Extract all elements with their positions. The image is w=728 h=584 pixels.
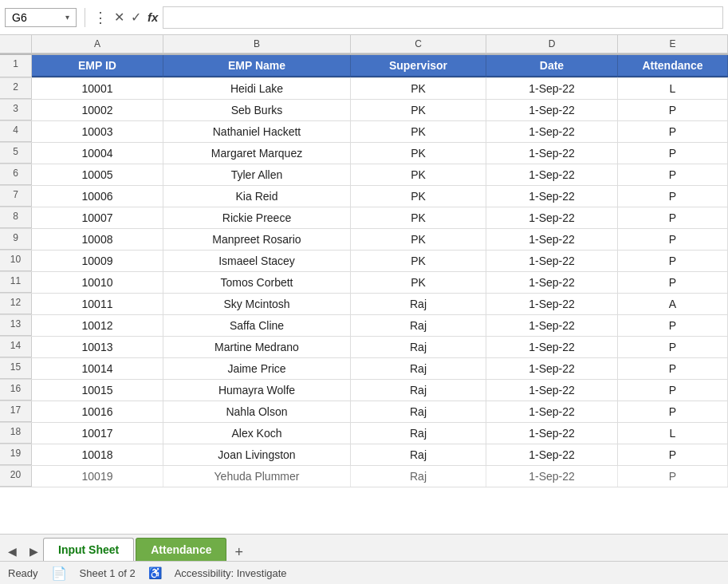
- cell-date[interactable]: 1-Sep-22: [486, 78, 618, 99]
- cell-emp-id[interactable]: 10011: [32, 294, 163, 314]
- table-row[interactable]: 1910018Joan LivingstonRaj1-Sep-22P: [0, 444, 728, 466]
- cell-emp-id[interactable]: 10017: [32, 423, 163, 444]
- cell-supervisor[interactable]: PK: [351, 272, 486, 293]
- cell-emp-name[interactable]: Margaret Marquez: [163, 143, 351, 164]
- cell-supervisor[interactable]: PK: [351, 186, 486, 207]
- cell-attendance[interactable]: A: [618, 294, 728, 314]
- cell-emp-id[interactable]: 10015: [32, 380, 163, 401]
- cell-supervisor[interactable]: Raj: [351, 337, 486, 357]
- cell-attendance[interactable]: P: [618, 315, 728, 336]
- table-row[interactable]: 210001Heidi LakePK1-Sep-22L: [0, 78, 728, 100]
- cell-supervisor[interactable]: Raj: [351, 315, 486, 336]
- table-row[interactable]: 1010009Ismaeel StaceyPK1-Sep-22P: [0, 251, 728, 272]
- cell-emp-id[interactable]: 10001: [32, 78, 163, 99]
- cell-attendance[interactable]: P: [618, 251, 728, 271]
- table-row[interactable]: 1510014Jaime PriceRaj1-Sep-22P: [0, 358, 728, 380]
- table-row[interactable]: 610005Tyler AllenPK1-Sep-22P: [0, 164, 728, 186]
- cell-emp-name[interactable]: Alex Koch: [163, 423, 351, 444]
- cell-date[interactable]: 1-Sep-22: [486, 164, 618, 185]
- col-header-e[interactable]: E: [618, 35, 728, 53]
- cell-date[interactable]: 1-Sep-22: [486, 207, 618, 228]
- cell-emp-name[interactable]: Nathaniel Hackett: [163, 121, 351, 142]
- cell-emp-id[interactable]: 10019: [32, 466, 163, 487]
- col-header-b[interactable]: B: [163, 35, 351, 53]
- cell-supervisor[interactable]: Raj: [351, 380, 486, 401]
- cell-emp-id[interactable]: 10007: [32, 207, 163, 228]
- cell-date[interactable]: 1-Sep-22: [486, 143, 618, 164]
- cell-supervisor[interactable]: Raj: [351, 401, 486, 422]
- cell-date[interactable]: 1-Sep-22: [486, 466, 618, 487]
- cell-supervisor[interactable]: PK: [351, 164, 486, 185]
- cell-reference-box[interactable]: G6 ▾: [5, 8, 77, 27]
- table-row[interactable]: 910008Manpreet RosarioPK1-Sep-22P: [0, 229, 728, 251]
- tab-nav-right[interactable]: ▶: [25, 542, 43, 561]
- cell-emp-id[interactable]: 10018: [32, 444, 163, 465]
- cell-emp-name[interactable]: Jaime Price: [163, 358, 351, 379]
- cell-emp-name[interactable]: Ismaeel Stacey: [163, 251, 351, 271]
- table-row[interactable]: 2010019Yehuda PlummerRaj1-Sep-22P: [0, 466, 728, 487]
- cell-supervisor[interactable]: Raj: [351, 358, 486, 379]
- cell-attendance[interactable]: P: [618, 444, 728, 465]
- cell-attendance[interactable]: P: [618, 380, 728, 401]
- cell-emp-id[interactable]: 10012: [32, 315, 163, 336]
- cell-attendance[interactable]: P: [618, 100, 728, 120]
- cell-attendance[interactable]: P: [618, 358, 728, 379]
- cell-emp-name[interactable]: Heidi Lake: [163, 78, 351, 99]
- cancel-icon[interactable]: ✕: [114, 10, 124, 25]
- table-row[interactable]: 510004Margaret MarquezPK1-Sep-22P: [0, 143, 728, 164]
- tab-input-sheet[interactable]: Input Sheet: [43, 538, 134, 561]
- cell-date[interactable]: 1-Sep-22: [486, 423, 618, 444]
- cell-attendance[interactable]: P: [618, 337, 728, 357]
- col-header-c[interactable]: C: [351, 35, 486, 53]
- cell-emp-id[interactable]: 10008: [32, 229, 163, 250]
- cell-supervisor[interactable]: PK: [351, 143, 486, 164]
- table-row[interactable]: 1310012Saffa ClineRaj1-Sep-22P: [0, 315, 728, 337]
- table-row[interactable]: 1610015Humayra WolfeRaj1-Sep-22P: [0, 380, 728, 401]
- cell-attendance[interactable]: P: [618, 229, 728, 250]
- cell-attendance[interactable]: P: [618, 401, 728, 422]
- cell-emp-id[interactable]: 10009: [32, 251, 163, 271]
- cell-supervisor[interactable]: Raj: [351, 423, 486, 444]
- header-date[interactable]: Date: [486, 55, 618, 77]
- cell-supervisor[interactable]: Raj: [351, 294, 486, 314]
- table-row[interactable]: 1210011Sky McintoshRaj1-Sep-22A: [0, 294, 728, 315]
- cell-emp-name[interactable]: Nahla Olson: [163, 401, 351, 422]
- cell-emp-name[interactable]: Tyler Allen: [163, 164, 351, 185]
- cell-date[interactable]: 1-Sep-22: [486, 121, 618, 142]
- cell-emp-id[interactable]: 10004: [32, 143, 163, 164]
- cell-attendance[interactable]: L: [618, 78, 728, 99]
- cell-emp-id[interactable]: 10010: [32, 272, 163, 293]
- add-sheet-button[interactable]: +: [228, 544, 250, 561]
- cell-emp-name[interactable]: Joan Livingston: [163, 444, 351, 465]
- cell-date[interactable]: 1-Sep-22: [486, 380, 618, 401]
- table-row[interactable]: 710006Kia ReidPK1-Sep-22P: [0, 186, 728, 207]
- cell-date[interactable]: 1-Sep-22: [486, 272, 618, 293]
- cell-supervisor[interactable]: PK: [351, 207, 486, 228]
- cell-attendance[interactable]: L: [618, 423, 728, 444]
- cell-date[interactable]: 1-Sep-22: [486, 251, 618, 271]
- cell-emp-name[interactable]: Seb Burks: [163, 100, 351, 120]
- cell-supervisor[interactable]: Raj: [351, 444, 486, 465]
- cell-emp-id[interactable]: 10016: [32, 401, 163, 422]
- cell-emp-id[interactable]: 10006: [32, 186, 163, 207]
- table-row[interactable]: 1710016Nahla OlsonRaj1-Sep-22P: [0, 401, 728, 423]
- cell-supervisor[interactable]: PK: [351, 229, 486, 250]
- cell-date[interactable]: 1-Sep-22: [486, 337, 618, 357]
- cell-date[interactable]: 1-Sep-22: [486, 315, 618, 336]
- cell-ref-dropdown-icon[interactable]: ▾: [65, 13, 69, 22]
- tab-nav-left[interactable]: ◀: [3, 542, 22, 561]
- formula-input[interactable]: [163, 6, 723, 29]
- cell-emp-name[interactable]: Yehuda Plummer: [163, 466, 351, 487]
- cell-emp-id[interactable]: 10005: [32, 164, 163, 185]
- table-row[interactable]: 310002Seb BurksPK1-Sep-22P: [0, 100, 728, 121]
- table-row[interactable]: 1110010Tomos CorbettPK1-Sep-22P: [0, 272, 728, 294]
- cell-emp-id[interactable]: 10002: [32, 100, 163, 120]
- cell-emp-name[interactable]: Martine Medrano: [163, 337, 351, 357]
- tab-attendance[interactable]: Attendance: [136, 538, 226, 561]
- table-row[interactable]: 810007Rickie PreecePK1-Sep-22P: [0, 207, 728, 229]
- cell-emp-name[interactable]: Saffa Cline: [163, 315, 351, 336]
- col-header-a[interactable]: A: [32, 35, 163, 53]
- cell-attendance[interactable]: P: [618, 121, 728, 142]
- cell-emp-id[interactable]: 10013: [32, 337, 163, 357]
- cell-emp-name[interactable]: Tomos Corbett: [163, 272, 351, 293]
